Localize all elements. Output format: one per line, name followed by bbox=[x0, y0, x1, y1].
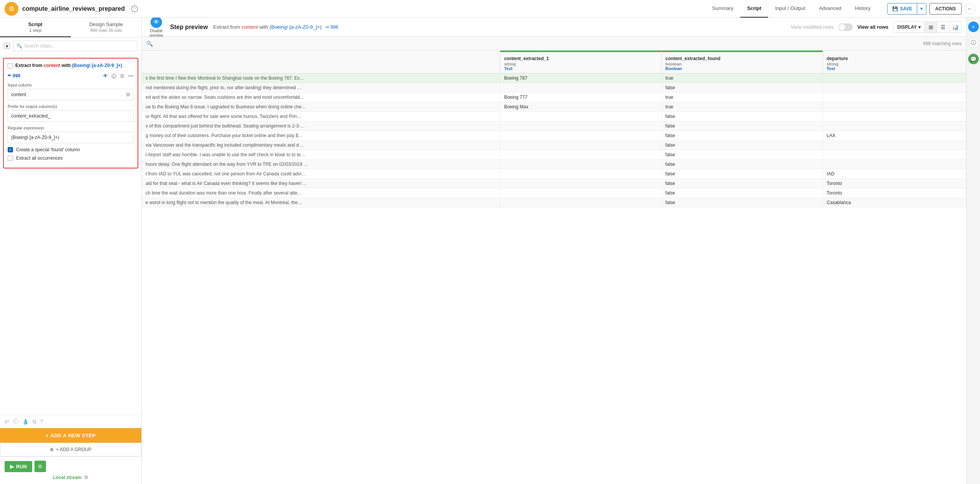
actions-button[interactable]: ACTIONS bbox=[929, 3, 962, 15]
prefix-input[interactable] bbox=[11, 113, 130, 119]
table-row-found: false bbox=[661, 188, 823, 198]
table-row-found: false bbox=[661, 112, 823, 121]
table-row-found: true bbox=[661, 102, 823, 112]
table-row-content: t from IAD to YUL was cancelled, not one… bbox=[142, 169, 500, 179]
view-all-label: View all rows bbox=[857, 24, 888, 30]
run-button[interactable]: ▶ RUN bbox=[5, 461, 32, 472]
nav-script[interactable]: Script bbox=[740, 0, 768, 18]
local-stream-settings-icon[interactable]: ⚙ bbox=[84, 474, 88, 480]
column-select-icon[interactable]: ⊞ bbox=[126, 92, 130, 97]
add-step-side-icon[interactable]: + bbox=[968, 21, 979, 32]
table-row-found: false bbox=[661, 121, 823, 131]
chat-side-icon[interactable]: 💬 bbox=[968, 54, 979, 64]
step-preview-desc: Extract from content with (Boeing\ [a-zA… bbox=[213, 24, 322, 30]
table-row-departure bbox=[823, 74, 966, 83]
matching-rows: 998 matching rows bbox=[923, 41, 962, 46]
power-icon[interactable]: ⏻ bbox=[111, 73, 116, 79]
col-header-extracted-1: content_extracted_1 string Text bbox=[500, 51, 661, 74]
top-nav: Summary Script Input / Output Advanced H… bbox=[705, 0, 878, 18]
eye-icon[interactable]: 👁 bbox=[103, 73, 108, 79]
save-main[interactable]: 💾 SAVE bbox=[888, 3, 917, 14]
step-edit-row: ✏ 998 👁 ⏻ 🗑 ••• bbox=[8, 73, 134, 79]
run-section: ▶ RUN ⚙ Local stream ⚙ bbox=[0, 456, 141, 484]
col-header-found: content_extracted_found boolean Boolean bbox=[661, 51, 823, 74]
regex-input[interactable] bbox=[11, 135, 130, 140]
found-column-checkbox[interactable]: ✓ bbox=[8, 147, 13, 152]
input-column-field[interactable]: ⊞ bbox=[8, 89, 134, 100]
regex-field[interactable] bbox=[8, 132, 134, 143]
disable-preview-button[interactable]: 👁 Disable preview bbox=[146, 18, 166, 38]
info-icon[interactable]: ⓘ bbox=[13, 418, 18, 425]
select-all-checkbox[interactable]: ▾ bbox=[4, 43, 10, 49]
nav-input-output[interactable]: Input / Output bbox=[768, 0, 812, 18]
save-button[interactable]: 💾 SAVE ▾ bbox=[887, 3, 926, 15]
table-row-content: aid for that seat - what is Air Canada e… bbox=[142, 179, 500, 188]
view-modified-toggle[interactable] bbox=[838, 23, 853, 31]
run-settings-button[interactable]: ⚙ bbox=[34, 461, 46, 472]
workflow-title: compute_airline_reviews_prepared bbox=[22, 5, 125, 12]
table-row-found: false bbox=[661, 150, 823, 160]
table-row-extracted: Boeing 787 bbox=[500, 74, 661, 83]
help-icon[interactable]: ? bbox=[40, 419, 43, 425]
prefix-group: Prefix for output column(s) bbox=[8, 104, 134, 122]
top-bar: ⚙ compute_airline_reviews_prepared ? Sum… bbox=[0, 0, 980, 18]
display-controls: DISPLAY ▾ ⊞ ☰ 📊 bbox=[893, 21, 962, 33]
tab-design-sample[interactable]: Design Sample 998 rows 16 cols bbox=[71, 18, 142, 37]
local-stream-label: Local stream bbox=[53, 475, 81, 480]
step-preview-header: 👁 Disable preview Step preview Extract f… bbox=[142, 18, 966, 37]
add-group-button[interactable]: ⊕ + ADD A GROUP bbox=[0, 443, 141, 456]
nav-advanced[interactable]: Advanced bbox=[812, 0, 848, 18]
right-content: 👁 Disable preview Step preview Extract f… bbox=[142, 18, 966, 484]
table-row-departure bbox=[823, 141, 966, 150]
extract-all-row[interactable]: Extract all occurrences bbox=[8, 155, 134, 161]
trash-icon[interactable]: 🗑 bbox=[120, 73, 125, 79]
display-button[interactable]: DISPLAY ▾ bbox=[893, 21, 925, 33]
table-row-content: ur flight. All that was offered for sale… bbox=[142, 112, 500, 121]
table-row-departure bbox=[823, 121, 966, 131]
grid-view-button[interactable]: ⊞ bbox=[925, 21, 937, 33]
nav-summary[interactable]: Summary bbox=[705, 0, 741, 18]
search-row: 🔍 998 matching rows bbox=[142, 37, 966, 51]
table-row-content: v of this compartment just behind the bu… bbox=[142, 121, 500, 131]
step-edit-num[interactable]: ✏ 998 bbox=[8, 73, 20, 78]
table-row-content: ch time the wait duration was more than … bbox=[142, 188, 500, 198]
tab-script[interactable]: Script 1 step bbox=[0, 18, 71, 37]
table-row-departure bbox=[823, 102, 966, 112]
step-checkbox[interactable] bbox=[8, 63, 13, 69]
regex-group: Regular expression bbox=[8, 126, 134, 143]
view-modified-label: View modified rows bbox=[791, 24, 834, 30]
list-view-button[interactable]: ☰ bbox=[937, 21, 949, 33]
prefix-field[interactable] bbox=[8, 110, 134, 122]
info-side-icon[interactable]: ⓘ bbox=[968, 38, 979, 48]
workflow-status-icon: ? bbox=[131, 5, 138, 12]
table-row-departure: Toronto bbox=[823, 188, 966, 198]
copy-icon[interactable]: ⧉ bbox=[33, 419, 36, 425]
water-icon[interactable]: 💧 bbox=[22, 419, 29, 425]
back-button[interactable]: ← bbox=[965, 3, 975, 14]
step-preview-edit-link[interactable]: ✏ 998 bbox=[326, 25, 338, 30]
table-row-content: ed and the aisles so narrow. Seats cushi… bbox=[142, 93, 500, 102]
table-row-found: false bbox=[661, 179, 823, 188]
table-row-content: s the first time I flew their Montreal t… bbox=[142, 74, 500, 83]
table-row-content: e worst in long flight not to mention th… bbox=[142, 198, 500, 208]
table-row-found: false bbox=[661, 169, 823, 179]
step-card-title: Extract from content with (Boeing\ [a-zA… bbox=[15, 62, 122, 69]
save-dropdown[interactable]: ▾ bbox=[917, 3, 926, 14]
chart-view-button[interactable]: 📊 bbox=[949, 21, 962, 33]
table-row-found: false bbox=[661, 131, 823, 141]
found-column-row[interactable]: ✓ Create a special 'found' column bbox=[8, 147, 134, 152]
found-column-label: Create a special 'found' column bbox=[16, 147, 80, 152]
table-row-departure: LAX bbox=[823, 131, 966, 141]
main-layout: Script 1 step Design Sample 998 rows 16 … bbox=[0, 18, 980, 484]
extract-all-checkbox[interactable] bbox=[8, 155, 13, 161]
input-column-input[interactable] bbox=[11, 92, 126, 97]
nav-history[interactable]: History bbox=[848, 0, 877, 18]
step-bottom: x² ⓘ 💧 ⧉ ? bbox=[0, 415, 141, 428]
add-step-button[interactable]: + ADD A NEW STEP bbox=[0, 428, 141, 443]
search-icon: 🔍 bbox=[16, 43, 22, 49]
step-icons: 👁 ⏻ 🗑 ••• bbox=[103, 73, 134, 79]
more-icon[interactable]: ••• bbox=[128, 73, 134, 79]
table-row-extracted: Boeing Max bbox=[500, 102, 661, 112]
search-steps[interactable]: 🔍 Search steps... bbox=[13, 41, 138, 51]
left-panel: Script 1 step Design Sample 998 rows 16 … bbox=[0, 18, 142, 484]
